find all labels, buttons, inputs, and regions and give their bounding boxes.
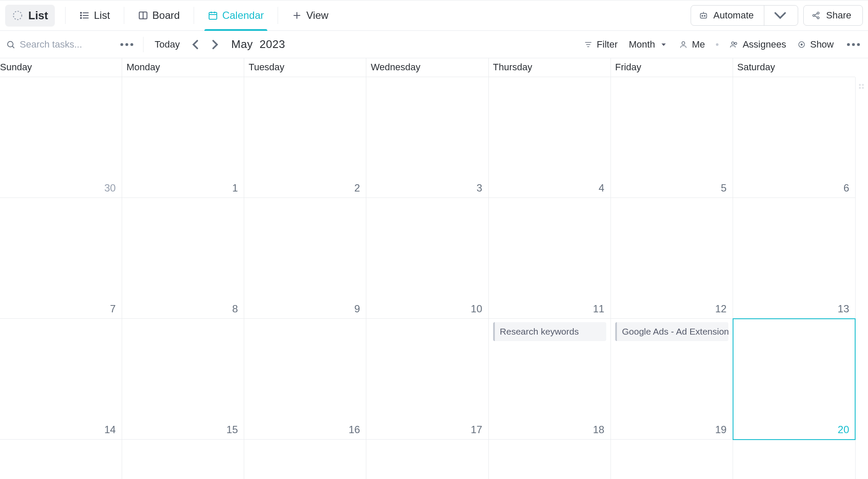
svg-point-28: [130, 43, 133, 46]
calendar-cell[interactable]: 30: [0, 77, 122, 198]
day-number: 18: [593, 424, 605, 436]
me-label: Me: [692, 39, 705, 50]
day-number: 12: [715, 303, 727, 315]
add-view-button[interactable]: View: [284, 0, 336, 30]
share-label: Share: [826, 10, 851, 21]
filter-button[interactable]: Filter: [584, 39, 618, 50]
caret-down-icon: [659, 40, 668, 49]
assignees-label: Assignees: [742, 39, 786, 50]
prev-month-button[interactable]: [188, 37, 203, 52]
calendar-cell[interactable]: 7: [0, 198, 122, 319]
calendar-body: 301234567891011121314151617Research keyw…: [0, 77, 855, 479]
calendar: SundayMondayTuesdayWednesdayThursdayFrid…: [0, 58, 868, 479]
view-tabs: List Board Calendar: [72, 0, 336, 30]
calendar-cell[interactable]: 27: [733, 440, 855, 479]
calendar-cell[interactable]: 14: [0, 319, 122, 440]
assignees-filter[interactable]: Assignees: [730, 39, 786, 50]
day-number: 13: [838, 303, 849, 315]
calendar-cell[interactable]: Research keywords18: [489, 319, 611, 440]
list-badge[interactable]: List: [5, 5, 55, 27]
tab-board[interactable]: Board: [130, 0, 188, 30]
right-gutter: [855, 77, 868, 479]
show-icon: [797, 40, 806, 49]
day-number: 10: [471, 303, 482, 315]
separator: [194, 7, 194, 24]
weekday-header: Monday: [122, 58, 244, 77]
day-number: 5: [721, 182, 726, 194]
calendar-task[interactable]: Google Ads - Ad Extensions: [615, 322, 728, 341]
calendar-cell[interactable]: 10: [366, 198, 488, 319]
month-title: May 2023: [231, 38, 285, 51]
calendar-cell[interactable]: 11: [489, 198, 611, 319]
weekday-header: Tuesday: [244, 58, 366, 77]
calendar-cell[interactable]: Google Ads - Ad Extensions19: [611, 319, 733, 440]
calendar-cell[interactable]: 25: [489, 440, 611, 479]
calendar-cell[interactable]: 16: [244, 319, 366, 440]
list-icon: [79, 10, 90, 21]
calendar-cell[interactable]: 6: [733, 77, 855, 198]
svg-point-1: [81, 12, 81, 13]
show-button[interactable]: Show: [797, 39, 834, 50]
today-button[interactable]: Today: [151, 39, 183, 50]
calendar-cell[interactable]: 24: [366, 440, 488, 479]
calendar-cell[interactable]: 5: [611, 77, 733, 198]
filter-label: Filter: [597, 39, 618, 50]
calendar-cell[interactable]: 13: [733, 198, 855, 319]
svg-rect-41: [859, 84, 861, 86]
svg-point-35: [735, 42, 737, 45]
weekday-header: Wednesday: [366, 58, 488, 77]
svg-point-26: [120, 43, 123, 46]
range-selector[interactable]: Month: [629, 39, 668, 50]
calendar-cell[interactable]: 26: [611, 440, 733, 479]
search-field[interactable]: [6, 39, 114, 50]
calendar-cell[interactable]: 22: [122, 440, 244, 479]
range-label: Month: [629, 39, 655, 50]
weekday-header: Thursday: [489, 58, 611, 77]
calendar-cell[interactable]: 21: [0, 440, 122, 479]
calendar-cell[interactable]: 9: [244, 198, 366, 319]
day-number: 30: [104, 182, 116, 194]
day-number: 4: [599, 182, 604, 194]
svg-point-16: [702, 15, 703, 16]
svg-point-33: [682, 42, 685, 45]
next-month-button[interactable]: [207, 37, 223, 52]
calendar-cell[interactable]: 3: [366, 77, 488, 198]
more-options-button[interactable]: [845, 36, 862, 53]
search-more-button[interactable]: [118, 36, 135, 53]
calendar-cell[interactable]: 8: [122, 198, 244, 319]
separator: [278, 7, 278, 24]
share-icon: [811, 11, 821, 20]
show-label: Show: [810, 39, 834, 50]
person-icon: [679, 40, 688, 49]
calendar-cell[interactable]: 2: [244, 77, 366, 198]
me-filter[interactable]: Me: [679, 39, 705, 50]
calendar-task[interactable]: Research keywords: [493, 322, 606, 341]
calendar-cell[interactable]: 15: [122, 319, 244, 440]
robot-icon: [699, 11, 708, 20]
svg-point-17: [704, 15, 705, 16]
svg-rect-44: [862, 87, 864, 89]
calendar-cell[interactable]: 23: [244, 440, 366, 479]
filter-bar: Today May 2023 Filter Month Me: [0, 31, 868, 58]
svg-point-5: [81, 18, 81, 18]
share-button[interactable]: Share: [803, 5, 863, 26]
day-number: 9: [354, 303, 360, 315]
calendar-cell[interactable]: 1: [122, 77, 244, 198]
tab-calendar[interactable]: Calendar: [200, 0, 272, 30]
gutter-icon: [859, 84, 865, 90]
svg-point-40: [857, 43, 860, 46]
day-number: 14: [104, 424, 116, 436]
automate-button[interactable]: Automate: [691, 5, 798, 26]
weekday-header: Saturday: [733, 58, 855, 77]
calendar-cell[interactable]: 12: [611, 198, 733, 319]
calendar-cell[interactable]: 4: [489, 77, 611, 198]
calendar-cell[interactable]: 20: [733, 319, 855, 440]
svg-point-27: [126, 43, 129, 46]
day-number: 7: [110, 303, 116, 315]
search-input[interactable]: [20, 39, 114, 50]
svg-line-23: [815, 16, 817, 18]
calendar-cell[interactable]: 17: [366, 319, 488, 440]
automate-dropdown[interactable]: [764, 6, 790, 25]
svg-point-38: [847, 43, 850, 46]
tab-list[interactable]: List: [72, 0, 117, 30]
